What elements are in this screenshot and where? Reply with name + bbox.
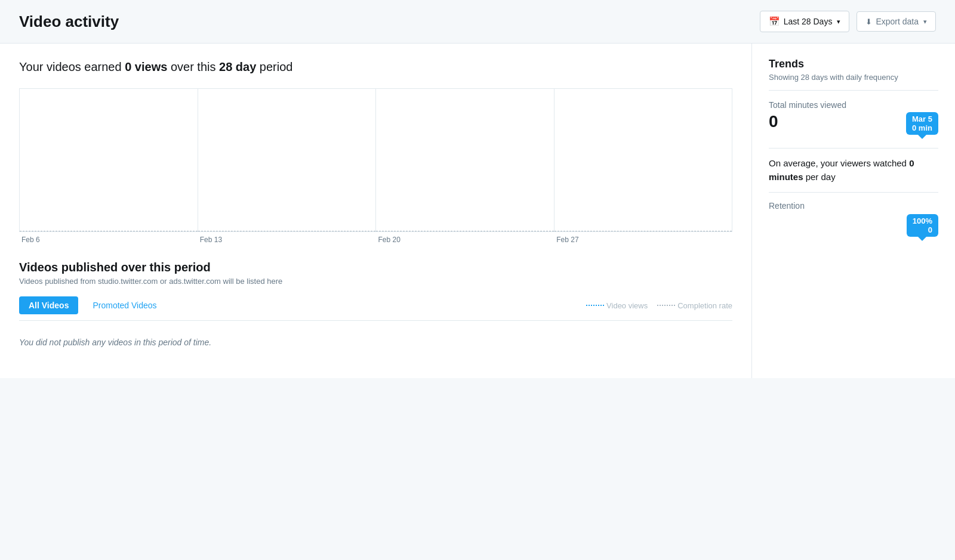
tab-all-videos[interactable]: All Videos bbox=[19, 296, 78, 314]
chart-section-2 bbox=[198, 89, 377, 231]
main-content: Your videos earned 0 views over this 28 … bbox=[0, 44, 955, 378]
tooltip-value: 0 min bbox=[912, 123, 932, 132]
chart-label-4: Feb 27 bbox=[554, 236, 732, 244]
chart-section-3 bbox=[376, 89, 554, 231]
empty-message: You did not publish any videos in this p… bbox=[19, 321, 732, 359]
total-minutes-value: 0 bbox=[769, 112, 778, 131]
chart-dashed-line-1 bbox=[20, 231, 198, 231]
retention-tooltip-value: 100% bbox=[913, 216, 932, 225]
avg-suffix: per day bbox=[803, 172, 836, 182]
export-label: Export data bbox=[876, 17, 919, 26]
chart-label-2: Feb 13 bbox=[198, 236, 376, 244]
page-title: Video activity bbox=[19, 13, 119, 31]
avg-prefix: On average, your viewers watched bbox=[769, 158, 909, 168]
legend-dot-blue bbox=[586, 305, 604, 306]
summary-period: 28 day bbox=[219, 60, 256, 73]
summary-views-count: 0 views bbox=[125, 60, 167, 73]
tabs-row: All Videos Promoted Videos Video views C… bbox=[19, 296, 732, 321]
export-data-button[interactable]: ⬇ Export data ▾ bbox=[857, 11, 936, 32]
legend-completion-rate: Completion rate bbox=[657, 301, 732, 310]
chart-label-3: Feb 20 bbox=[376, 236, 554, 244]
summary-text: Your videos earned 0 views over this 28 … bbox=[19, 60, 732, 74]
chart-label-1: Feb 6 bbox=[19, 236, 198, 244]
export-chevron-icon: ▾ bbox=[923, 18, 927, 26]
tooltip-date: Mar 5 bbox=[912, 115, 932, 123]
right-panel: Trends Showing 28 days with daily freque… bbox=[752, 44, 955, 378]
summary-middle: over this bbox=[167, 60, 219, 73]
retention-tooltip-sub: 0 bbox=[913, 225, 932, 234]
date-filter-button[interactable]: 📅 Last 28 Days ▾ bbox=[760, 11, 850, 32]
download-icon: ⬇ bbox=[865, 17, 872, 26]
tab-legends: Video views Completion rate bbox=[586, 301, 732, 310]
metric-divider-2 bbox=[769, 192, 938, 193]
legend-completion-rate-label: Completion rate bbox=[677, 301, 732, 310]
calendar-icon: 📅 bbox=[769, 16, 780, 27]
avg-text: On average, your viewers watched 0 minut… bbox=[769, 157, 938, 184]
total-minutes-row: 0 Mar 5 0 min bbox=[769, 112, 938, 140]
tab-promoted-videos[interactable]: Promoted Videos bbox=[83, 296, 166, 314]
legend-video-views: Video views bbox=[586, 301, 648, 310]
chart-grid bbox=[20, 89, 732, 231]
total-minutes-label: Total minutes viewed bbox=[769, 100, 938, 110]
chart-dashed-line-3 bbox=[376, 231, 554, 231]
retention-label: Retention bbox=[769, 201, 938, 211]
chart-section-1 bbox=[20, 89, 198, 231]
metric-divider-1 bbox=[769, 148, 938, 148]
legend-dot-gray bbox=[657, 305, 675, 306]
date-filter-label: Last 28 Days bbox=[784, 17, 833, 26]
summary-suffix: period bbox=[256, 60, 292, 73]
page-header: Video activity 📅 Last 28 Days ▾ ⬇ Export… bbox=[0, 0, 955, 44]
retention-tooltip-wrap: 100% 0 bbox=[769, 214, 938, 242]
published-section-title: Videos published over this period bbox=[19, 261, 732, 274]
header-controls: 📅 Last 28 Days ▾ ⬇ Export data ▾ bbox=[760, 11, 936, 32]
retention-tooltip: 100% 0 bbox=[907, 214, 938, 237]
chart-dashed-line-2 bbox=[198, 231, 376, 231]
trends-title: Trends bbox=[769, 58, 938, 70]
summary-prefix: Your videos earned bbox=[19, 60, 125, 73]
legend-video-views-label: Video views bbox=[606, 301, 648, 310]
left-panel: Your videos earned 0 views over this 28 … bbox=[0, 44, 752, 378]
chevron-down-icon: ▾ bbox=[837, 18, 840, 26]
total-minutes-tooltip-wrap: Mar 5 0 min bbox=[811, 112, 938, 140]
published-section-subtitle: Videos published from studio.twitter.com… bbox=[19, 277, 732, 286]
chart-area bbox=[19, 88, 732, 231]
trends-subtitle: Showing 28 days with daily frequency bbox=[769, 73, 938, 91]
chart-section-4 bbox=[554, 89, 732, 231]
chart-baseline: Feb 6 Feb 13 Feb 20 Feb 27 bbox=[19, 231, 732, 244]
total-minutes-tooltip: Mar 5 0 min bbox=[906, 112, 938, 135]
chart-dashed-line-4 bbox=[554, 231, 732, 231]
